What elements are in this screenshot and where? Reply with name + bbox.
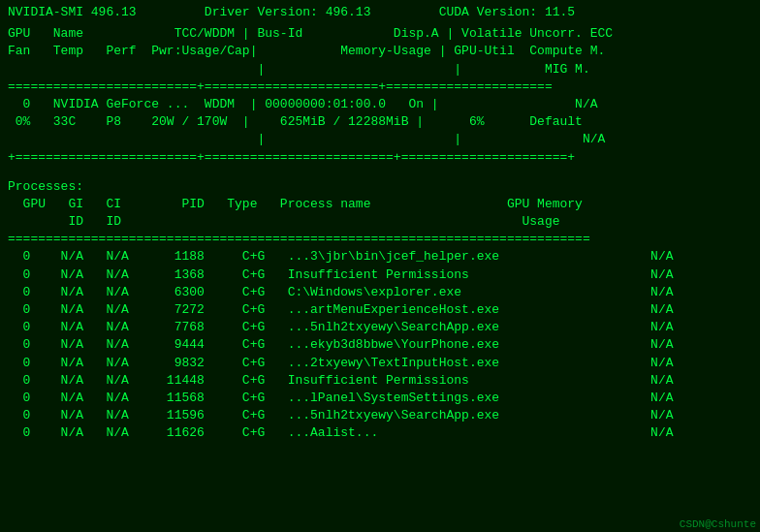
table-row: 0 N/A N/A 7272 C+G ...artMenuExperienceH… xyxy=(0,301,760,319)
process-list: 0 N/A N/A 1188 C+G ...3\jbr\bin\jcef_hel… xyxy=(0,248,760,442)
column-headers-line1: GPU Name TCC/WDDM | Bus-Id Disp.A | Vola… xyxy=(0,25,760,43)
table-row: 0 N/A N/A 11448 C+G Insufficient Permiss… xyxy=(0,372,760,390)
proc-col-header2: ID ID Usage xyxy=(0,213,760,231)
gpu-info-row3: | | N/A xyxy=(0,131,760,148)
table-row: 0 N/A N/A 9444 C+G ...ekyb3d8bbwe\YourPh… xyxy=(0,336,760,354)
processes-label: Processes: xyxy=(0,178,760,196)
table-row: 0 N/A N/A 11568 C+G ...lPanel\SystemSett… xyxy=(0,390,760,407)
table-row: 0 N/A N/A 7768 C+G ...5nlh2txyewy\Search… xyxy=(0,319,760,336)
proc-divider: ========================================… xyxy=(0,231,760,248)
table-row: 0 N/A N/A 11626 C+G ...Aalist... N/A xyxy=(0,424,760,442)
column-headers-line2: Fan Temp Perf Pwr:Usage/Cap| Memory-Usag… xyxy=(0,43,760,60)
table-row: 0 N/A N/A 11596 C+G ...5nlh2txyewy\Searc… xyxy=(0,407,760,424)
bottom-divider: +========================+==============… xyxy=(0,149,760,167)
table-row: 0 N/A N/A 1368 C+G Insufficient Permissi… xyxy=(0,266,760,284)
proc-col-header1: GPU GI CI PID Type Process name GPU Memo… xyxy=(0,196,760,213)
table-row: 0 N/A N/A 1188 C+G ...3\jbr\bin\jcef_hel… xyxy=(0,248,760,266)
gpu-info-row1: 0 NVIDIA GeForce ... WDDM | 00000000:01:… xyxy=(0,96,760,113)
watermark: CSDN@Cshunte xyxy=(680,518,756,530)
table-row: 0 N/A N/A 9832 C+G ...2txyewy\TextInputH… xyxy=(0,355,760,372)
nvidia-smi-header: NVIDIA-SMI 496.13 Driver Version: 496.13… xyxy=(0,0,760,25)
top-divider: =========================+==============… xyxy=(0,78,760,96)
spacer xyxy=(0,167,760,178)
gpu-info-row2: 0% 33C P8 20W / 170W | 625MiB / 12288MiB… xyxy=(0,113,760,131)
column-headers-line3: | | MIG M. xyxy=(0,61,760,78)
terminal-window: NVIDIA-SMI 496.13 Driver Version: 496.13… xyxy=(0,0,760,532)
table-row: 0 N/A N/A 6300 C+G C:\Windows\explorer.e… xyxy=(0,284,760,301)
